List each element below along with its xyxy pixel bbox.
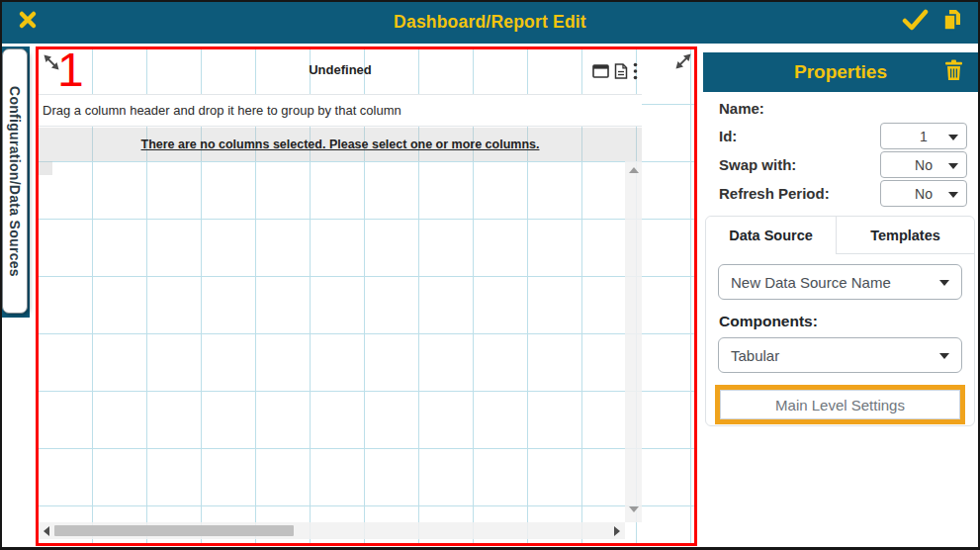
- components-select[interactable]: Tabular: [718, 337, 962, 373]
- swap-with-label: Swap with:: [719, 156, 796, 173]
- data-source-tab-content: New Data Source Name Components: Tabular…: [706, 254, 974, 424]
- trash-icon: [944, 59, 963, 85]
- id-label: Id:: [719, 128, 737, 144]
- properties-title: Properties: [703, 52, 978, 92]
- widget-title: Undefined: [39, 62, 642, 77]
- tab-templates[interactable]: Templates: [837, 217, 974, 254]
- resize-ne-icon[interactable]: [673, 51, 693, 71]
- confirm-button[interactable]: [899, 0, 931, 44]
- properties-tab-row: Data Source Templates: [706, 217, 974, 254]
- chevron-down-icon: [948, 163, 958, 169]
- data-source-select-value: New Data Source Name: [731, 274, 891, 291]
- scroll-up-icon[interactable]: [629, 167, 639, 173]
- kebab-menu-icon[interactable]: [633, 62, 638, 84]
- name-label: Name:: [719, 100, 764, 117]
- id-select-value: 1: [920, 129, 928, 144]
- components-select-value: Tabular: [731, 347, 779, 364]
- group-by-drop-zone[interactable]: Drag a column header and drop it here to…: [39, 94, 642, 127]
- horizontal-scrollbar-thumb[interactable]: [54, 525, 294, 536]
- refresh-period-select[interactable]: No: [880, 180, 967, 207]
- left-tab-label: Configuration/Data Sources: [7, 86, 23, 277]
- scroll-left-icon[interactable]: [44, 526, 49, 536]
- scroll-down-icon[interactable]: [629, 506, 639, 512]
- no-columns-message: There are no columns selected. Please se…: [39, 128, 642, 161]
- confirm-check-icon: [901, 9, 929, 35]
- highlight-annotation: Main Level Settings: [715, 385, 965, 424]
- delete-widget-button[interactable]: [940, 52, 966, 92]
- chevron-down-icon: [939, 280, 949, 286]
- scroll-right-icon[interactable]: [614, 526, 620, 536]
- data-source-select[interactable]: New Data Source Name: [718, 264, 962, 300]
- horizontal-scrollbar[interactable]: [39, 522, 625, 539]
- copy-icon: [941, 9, 963, 36]
- tab-configuration-data-sources[interactable]: Configuration/Data Sources: [2, 48, 28, 314]
- chevron-down-icon: [948, 192, 958, 198]
- tab-data-source[interactable]: Data Source: [706, 217, 837, 254]
- app-window: Dashboard/Report Edit Configuration/Data…: [0, 0, 980, 550]
- refresh-period-select-value: No: [915, 186, 933, 202]
- vertical-scrollbar[interactable]: [625, 161, 642, 522]
- page-title: Dashboard/Report Edit: [0, 0, 980, 44]
- chevron-down-icon: [939, 353, 949, 359]
- swap-with-select-value: No: [915, 157, 933, 173]
- components-label: Components:: [719, 313, 962, 330]
- chevron-down-icon: [948, 135, 958, 140]
- properties-header: Properties: [703, 52, 978, 92]
- swap-with-select[interactable]: No: [880, 151, 967, 178]
- top-bar: Dashboard/Report Edit: [0, 0, 980, 44]
- window-icon[interactable]: [592, 64, 609, 82]
- widget-header-toolbar: [592, 62, 652, 84]
- id-select[interactable]: 1: [880, 123, 967, 149]
- copy-button[interactable]: [936, 0, 968, 44]
- main-level-settings-button[interactable]: Main Level Settings: [720, 390, 960, 419]
- widget-tabular: 1 Undefined: [39, 49, 694, 543]
- designer-canvas[interactable]: 1 Undefined: [36, 46, 697, 546]
- refresh-period-label: Refresh Period:: [719, 185, 830, 202]
- row-indicator-stub: [39, 161, 52, 175]
- properties-tab-panel: Data Source Templates New Data Source Na…: [705, 216, 975, 426]
- document-icon[interactable]: [614, 63, 628, 83]
